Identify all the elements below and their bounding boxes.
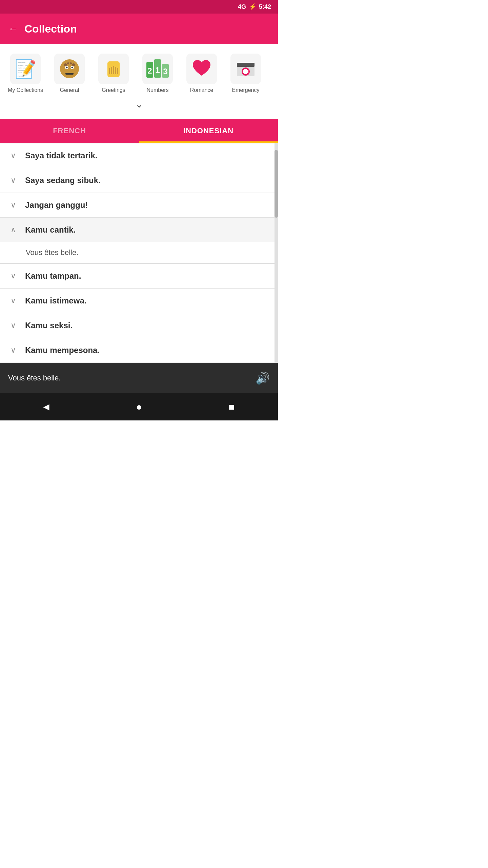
list-item-header-8[interactable]: ∨Kamu mempesona. <box>0 338 278 362</box>
category-label-general: General <box>60 87 79 93</box>
list-item-chevron-7: ∨ <box>8 321 18 330</box>
category-label-emergency: Emergency <box>232 87 260 93</box>
list-item-text-6: Kamu istimewa. <box>25 296 86 305</box>
svg-rect-15 <box>117 68 118 74</box>
list-item-header-7[interactable]: ∨Kamu seksi. <box>0 313 278 338</box>
category-item-romance[interactable]: Romance <box>180 51 224 96</box>
list-item-1: ∨Saya tidak tertarik. <box>0 143 278 168</box>
nav-home-button[interactable]: ● <box>130 398 147 415</box>
bottom-bar-translation: Vous êtes belle. <box>8 374 61 382</box>
svg-rect-13 <box>113 66 114 74</box>
list-item-header-3[interactable]: ∨Jangan ganggu! <box>0 193 278 217</box>
svg-point-6 <box>64 63 67 66</box>
phrase-list-wrapper: ∨Saya tidak tertarik.∨Saya sedang sibuk.… <box>0 143 278 363</box>
list-item-chevron-8: ∨ <box>8 346 18 355</box>
nav-bar: ◄ ● ■ <box>0 393 278 420</box>
list-item-text-2: Saya sedang sibuk. <box>25 176 101 185</box>
speaker-button[interactable]: 🔊 <box>256 371 270 385</box>
list-item-6: ∨Kamu istimewa. <box>0 289 278 313</box>
list-item-header-5[interactable]: ∨Kamu tampan. <box>0 264 278 288</box>
category-row: 📝My CollectionsGeneralGreetings213Number… <box>3 51 274 96</box>
expand-categories-row: ⌄ <box>3 96 274 115</box>
list-item-text-3: Jangan ganggu! <box>25 200 88 210</box>
svg-rect-26 <box>243 70 248 73</box>
signal-indicator: 4G <box>238 3 246 11</box>
category-label-romance: Romance <box>190 87 213 93</box>
tab-french[interactable]: FRENCH <box>0 119 139 143</box>
bottom-bar: Vous êtes belle. 🔊 <box>0 363 278 393</box>
scroll-indicator <box>274 143 278 363</box>
svg-point-9 <box>70 62 72 64</box>
list-item-chevron-2: ∨ <box>8 176 18 185</box>
app-header: ← Collection <box>0 14 278 44</box>
list-item-header-6[interactable]: ∨Kamu istimewa. <box>0 289 278 313</box>
category-item-my-collections[interactable]: 📝My Collections <box>3 51 47 96</box>
list-item-text-4: Kamu cantik. <box>25 225 76 235</box>
language-tabs: FRENCHINDONESIAN <box>0 119 278 143</box>
tab-label-indonesian: INDONESIAN <box>183 126 233 135</box>
list-item-text-7: Kamu seksi. <box>25 321 73 330</box>
status-bar: 4G ⚡ 5:42 <box>0 0 278 14</box>
list-item-header-4[interactable]: ∧Kamu cantik. <box>0 218 278 242</box>
svg-text:3: 3 <box>163 67 167 76</box>
list-item-7: ∨Kamu seksi. <box>0 313 278 338</box>
list-item-chevron-4: ∧ <box>8 225 18 234</box>
list-item-chevron-3: ∨ <box>8 201 18 210</box>
list-item-header-2[interactable]: ∨Saya sedang sibuk. <box>0 168 278 193</box>
list-item-2: ∨Saya sedang sibuk. <box>0 168 278 193</box>
category-icon-romance <box>186 54 217 84</box>
svg-point-8 <box>67 62 69 64</box>
list-item-3: ∨Jangan ganggu! <box>0 193 278 218</box>
list-item-text-5: Kamu tampan. <box>25 271 81 281</box>
phrase-list: ∨Saya tidak tertarik.∨Saya sedang sibuk.… <box>0 143 278 363</box>
status-icons: 4G ⚡ 5:42 <box>238 3 271 11</box>
list-item-chevron-1: ∨ <box>8 151 18 160</box>
nav-back-button[interactable]: ◄ <box>38 398 55 415</box>
list-item-translation-4: Vous êtes belle. <box>0 242 278 263</box>
svg-text:2: 2 <box>147 66 152 75</box>
expand-categories-button[interactable]: ⌄ <box>135 99 143 110</box>
category-icon-emergency <box>230 54 261 84</box>
svg-text:1: 1 <box>155 65 160 75</box>
list-item-header-1[interactable]: ∨Saya tidak tertarik. <box>0 143 278 168</box>
category-item-general[interactable]: General <box>47 51 92 96</box>
category-item-greetings[interactable]: Greetings <box>92 51 136 96</box>
back-button[interactable]: ← <box>8 23 18 34</box>
category-icon-numbers: 213 <box>142 54 173 84</box>
svg-point-7 <box>72 63 75 66</box>
scroll-thumb <box>274 150 278 218</box>
list-item-5: ∨Kamu tampan. <box>0 264 278 289</box>
list-item-chevron-5: ∨ <box>8 272 18 280</box>
svg-point-3 <box>66 67 68 68</box>
tab-label-french: FRENCH <box>53 126 86 135</box>
tab-indonesian[interactable]: INDONESIAN <box>139 119 278 143</box>
list-item-chevron-6: ∨ <box>8 296 18 305</box>
nav-recents-button[interactable]: ■ <box>223 398 240 415</box>
list-item-4: ∧Kamu cantik.Vous êtes belle. <box>0 218 278 264</box>
battery-icon: ⚡ <box>249 3 256 11</box>
svg-rect-23 <box>237 63 255 67</box>
svg-point-4 <box>72 67 73 68</box>
category-label-numbers: Numbers <box>147 87 169 93</box>
clock: 5:42 <box>259 3 271 11</box>
category-icon-general <box>54 54 85 84</box>
svg-rect-11 <box>109 68 110 74</box>
svg-point-0 <box>60 59 79 78</box>
category-label-my-collections: My Collections <box>8 87 43 93</box>
category-icon-greetings <box>98 54 129 84</box>
svg-rect-12 <box>111 67 112 74</box>
list-item-text-8: Kamu mempesona. <box>25 346 100 355</box>
page-title: Collection <box>24 23 77 35</box>
category-label-greetings: Greetings <box>102 87 125 93</box>
category-item-numbers[interactable]: 213Numbers <box>136 51 180 96</box>
svg-rect-14 <box>115 67 116 74</box>
list-item-8: ∨Kamu mempesona. <box>0 338 278 363</box>
category-section: 📝My CollectionsGeneralGreetings213Number… <box>0 44 278 119</box>
svg-rect-5 <box>65 73 74 75</box>
category-item-emergency[interactable]: Emergency <box>224 51 268 96</box>
category-icon-my-collections: 📝 <box>10 54 41 84</box>
list-item-text-1: Saya tidak tertarik. <box>25 151 97 160</box>
